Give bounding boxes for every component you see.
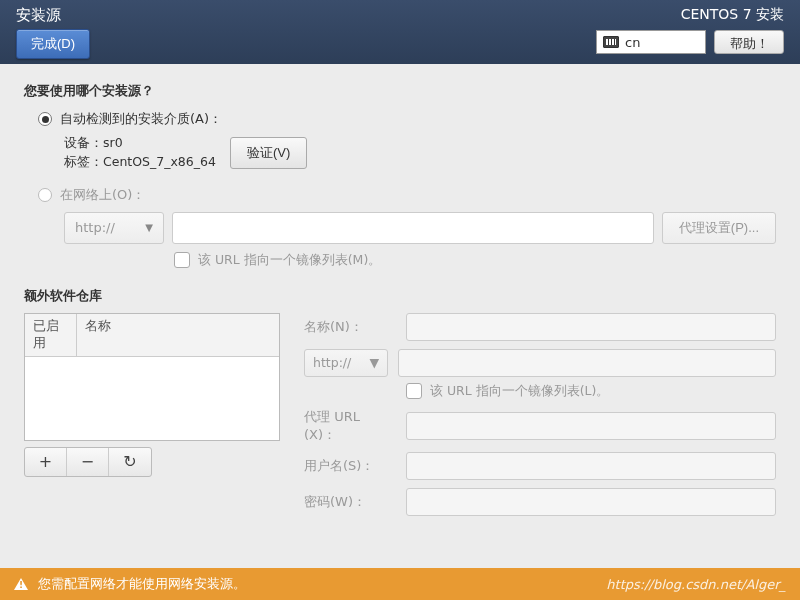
protocol-select-value: http:// — [75, 220, 115, 235]
proxy-url-label: 代理 URL (X)： — [304, 408, 396, 444]
keyboard-layout-label: cn — [625, 35, 640, 50]
radio-network-label: 在网络上(O)： — [60, 186, 145, 204]
repo-url-input[interactable] — [398, 349, 776, 377]
page-title: 安装源 — [16, 6, 61, 25]
warning-icon — [14, 578, 28, 590]
refresh-repo-button[interactable]: ↻ — [109, 448, 151, 476]
repo-col-enabled[interactable]: 已启用 — [25, 314, 77, 356]
warning-bar: 您需配置网络才能使用网络安装源。 https://blog.csdn.net/A… — [0, 568, 800, 600]
repo-mirror-checkbox[interactable] — [406, 383, 422, 399]
extra-repo-title: 额外软件仓库 — [24, 287, 776, 305]
help-button[interactable]: 帮助！ — [714, 30, 784, 54]
warning-text: 您需配置网络才能使用网络安装源。 — [38, 575, 246, 593]
user-input[interactable] — [406, 452, 776, 480]
chevron-down-icon: ▼ — [369, 355, 379, 370]
proxy-url-input[interactable] — [406, 412, 776, 440]
verify-button[interactable]: 验证(V) — [230, 137, 307, 169]
chevron-down-icon: ▼ — [145, 222, 153, 233]
repo-protocol-select[interactable]: http:// ▼ — [304, 349, 388, 377]
mirror-list-checkbox[interactable] — [174, 252, 190, 268]
remove-repo-button[interactable]: − — [67, 448, 109, 476]
repo-mirror-checkbox-label: 该 URL 指向一个镜像列表(L)。 — [430, 383, 609, 400]
radio-auto-media-label: 自动检测到的安装介质(A)： — [60, 110, 222, 128]
repo-col-name[interactable]: 名称 — [77, 314, 279, 356]
repo-name-label: 名称(N)： — [304, 318, 396, 336]
distro-title: CENTOS 7 安装 — [596, 6, 784, 24]
refresh-icon: ↻ — [123, 452, 136, 471]
repo-list[interactable]: 已启用 名称 — [24, 313, 280, 441]
repo-protocol-value: http:// — [313, 355, 351, 370]
done-button[interactable]: 完成(D) — [16, 29, 90, 59]
minus-icon: − — [81, 452, 94, 471]
device-info: 设备：sr0 标签：CentOS_7_x86_64 — [64, 134, 216, 172]
repo-toolbar: + − ↻ — [24, 447, 152, 477]
keyboard-indicator[interactable]: cn — [596, 30, 706, 54]
url-input[interactable] — [172, 212, 654, 244]
repo-name-input[interactable] — [406, 313, 776, 341]
password-label: 密码(W)： — [304, 493, 396, 511]
user-label: 用户名(S)： — [304, 457, 396, 475]
watermark-text: https://blog.csdn.net/Alger_ — [606, 577, 786, 592]
plus-icon: + — [39, 452, 52, 471]
proxy-settings-button[interactable]: 代理设置(P)... — [662, 212, 776, 244]
mirror-list-checkbox-label: 该 URL 指向一个镜像列表(M)。 — [198, 252, 381, 269]
password-input[interactable] — [406, 488, 776, 516]
keyboard-icon — [603, 36, 619, 48]
add-repo-button[interactable]: + — [25, 448, 67, 476]
source-question: 您要使用哪个安装源？ — [24, 82, 776, 100]
radio-auto-media[interactable] — [38, 112, 52, 126]
protocol-select[interactable]: http:// ▼ — [64, 212, 164, 244]
radio-network[interactable] — [38, 188, 52, 202]
